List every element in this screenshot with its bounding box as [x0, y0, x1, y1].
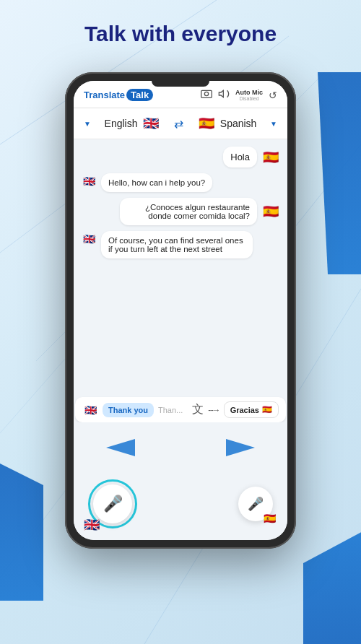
translate-icon: 文	[192, 402, 204, 417]
blue-decoration-right2	[303, 528, 361, 644]
source-mic-flag: 🇬🇧	[84, 517, 100, 533]
lang-selector: ▼ English 🇬🇧 ⇄ 🇪🇸 Spanish ▼	[74, 108, 287, 139]
svg-point-8	[204, 92, 208, 95]
bubble-restaurant-wrap: ¿Conoces algun restaurante donde comer c…	[120, 198, 280, 225]
translation-bar[interactable]: 🇬🇧 Thank you Than... 文 - -→ Gracias 🇪🇸	[75, 397, 286, 422]
source-lang-name: English	[105, 118, 138, 129]
volume-icon[interactable]	[218, 88, 230, 102]
main-title: Talk with everyone	[0, 0, 361, 59]
restaurant-flag: 🇪🇸	[261, 202, 280, 221]
left-arrow-icon	[106, 439, 135, 456]
camera-icon[interactable]	[201, 88, 212, 102]
phone-mockup: Translate Talk Auto Mic	[65, 72, 296, 549]
translation-source-flag: 🇬🇧	[82, 402, 98, 418]
bubble-restaurant: ¿Conoces algun restaurante donde comer c…	[120, 198, 257, 225]
translation-source-text: Thank you	[103, 403, 154, 417]
right-arrow-button[interactable]	[220, 431, 260, 464]
logo-translate-text: Translate	[84, 90, 125, 100]
chat-area: Hola 🇪🇸 🇬🇧 Hello, how can i help you?	[74, 139, 287, 397]
header-icons: Auto Mic Disabled ↺	[201, 88, 277, 102]
right-arrow-icon	[226, 439, 255, 456]
source-lang-chevron[interactable]: ▼	[84, 120, 91, 128]
bottom-mic-area: 🎤 🇬🇧 🎤 🇪🇸	[74, 472, 287, 540]
reset-icon[interactable]: ↺	[269, 90, 277, 101]
secondary-mic-button[interactable]: 🎤 🇪🇸	[238, 487, 273, 521]
translation-result: Gracias 🇪🇸	[224, 401, 279, 418]
mic-secondary-icon: 🎤	[248, 496, 264, 512]
target-lang-name: Spanish	[220, 118, 257, 129]
message-restaurant: ¿Conoces algun restaurante donde comer c…	[81, 198, 280, 225]
app-logo: Translate Talk	[84, 89, 153, 101]
bubble-hola: Hola	[223, 147, 257, 167]
source-flag: 🇬🇧	[142, 114, 160, 133]
message-ofcourse: 🇬🇧 Of course, you can find several ones …	[81, 231, 280, 258]
bubble-ofcourse: Of course, you can find several ones if …	[101, 231, 253, 258]
message-hello: 🇬🇧 Hello, how can i help you?	[81, 173, 280, 192]
auto-mic-badge: Auto Mic Disabled	[235, 89, 263, 101]
ofcourse-flag: 🇬🇧	[81, 231, 97, 247]
hola-flag: 🇪🇸	[261, 148, 280, 167]
bubble-hello: Hello, how can i help you?	[101, 173, 212, 192]
phone-notch	[152, 81, 209, 87]
translation-arrow: - -→	[208, 405, 219, 415]
left-arrow-button[interactable]	[101, 431, 141, 464]
hello-flag: 🇬🇧	[81, 173, 97, 189]
nav-arrows	[74, 422, 287, 472]
phone-screen: Translate Talk Auto Mic	[74, 81, 287, 540]
target-mic-flag: 🇪🇸	[264, 513, 276, 524]
source-lang-item[interactable]: English 🇬🇧	[105, 114, 161, 133]
target-lang-chevron[interactable]: ▼	[270, 120, 277, 128]
logo-talk-text: Talk	[126, 89, 153, 101]
message-hola: Hola 🇪🇸	[81, 147, 280, 167]
target-flag: 🇪🇸	[197, 114, 216, 133]
target-lang-item[interactable]: 🇪🇸 Spanish	[197, 114, 257, 133]
svg-marker-9	[219, 90, 223, 97]
mic-main-icon: 🎤	[103, 495, 123, 513]
blue-decoration-right	[318, 72, 361, 274]
swap-languages-icon[interactable]: ⇄	[174, 117, 183, 131]
blue-decoration-left	[0, 456, 43, 601]
main-mic-container: 🎤 🇬🇧	[88, 479, 137, 528]
translation-placeholder: Than...	[158, 406, 188, 414]
bubble-hola-wrap: Hola 🇪🇸	[223, 147, 280, 167]
